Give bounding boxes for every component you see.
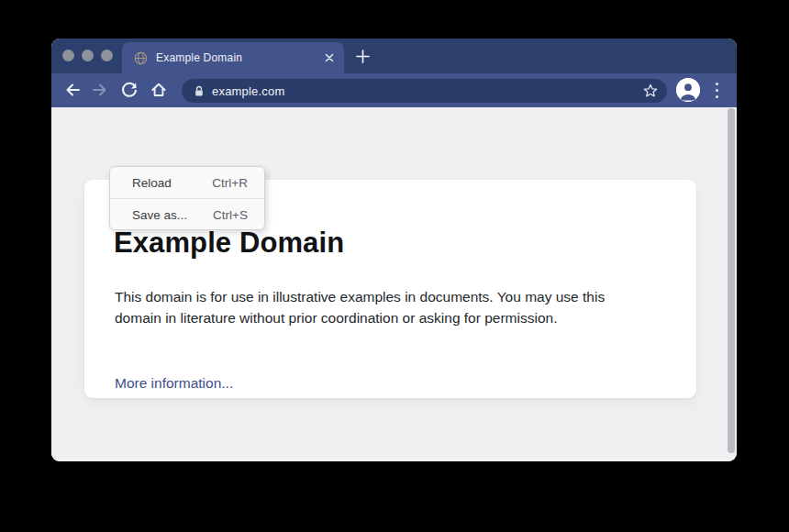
reload-button[interactable] xyxy=(120,81,139,99)
bookmark-star-icon[interactable] xyxy=(642,83,659,99)
home-icon xyxy=(150,81,168,99)
kebab-dot-icon xyxy=(716,89,718,92)
address-bar[interactable]: example.com xyxy=(182,79,667,103)
profile-button[interactable] xyxy=(676,78,700,102)
reload-icon xyxy=(120,81,139,99)
window-controls xyxy=(62,50,113,61)
context-menu: Reload Ctrl+R Save as... Ctrl+S xyxy=(109,166,265,230)
kebab-dot-icon xyxy=(716,95,718,98)
tab-title: Example Domain xyxy=(156,51,242,64)
menu-item-shortcut: Ctrl+R xyxy=(212,176,248,190)
browser-tab[interactable]: Example Domain xyxy=(122,42,344,73)
kebab-dot-icon xyxy=(716,83,718,85)
more-information-link[interactable]: More information... xyxy=(115,375,233,392)
navigation-toolbar: example.com xyxy=(51,73,737,107)
context-menu-item-reload[interactable]: Reload Ctrl+R xyxy=(110,167,264,198)
user-icon xyxy=(676,78,700,102)
tab-close-icon[interactable] xyxy=(324,52,335,63)
title-bar: Example Domain xyxy=(51,39,737,73)
minimize-window-button[interactable] xyxy=(82,50,94,61)
browser-menu-button[interactable] xyxy=(716,83,719,98)
close-window-button[interactable] xyxy=(62,50,74,61)
page-title: Example Domain xyxy=(114,226,344,260)
context-menu-item-save-as[interactable]: Save as... Ctrl+S xyxy=(110,199,264,230)
back-button[interactable] xyxy=(63,81,82,99)
maximize-window-button[interactable] xyxy=(101,50,113,61)
menu-item-shortcut: Ctrl+S xyxy=(213,208,248,222)
menu-item-label: Reload xyxy=(132,176,172,190)
page-paragraph: This domain is for use in illustrative e… xyxy=(115,286,605,328)
new-tab-button[interactable] xyxy=(355,49,371,64)
browser-window: Example Domain xyxy=(51,39,737,461)
lock-icon xyxy=(194,85,205,97)
paragraph-line: domain in literature without prior coord… xyxy=(115,307,605,328)
menu-item-label: Save as... xyxy=(132,208,187,222)
globe-favicon-icon xyxy=(134,51,148,65)
paragraph-line: This domain is for use in illustrative e… xyxy=(115,286,605,307)
url-text[interactable]: example.com xyxy=(212,84,285,98)
home-button[interactable] xyxy=(150,81,168,99)
forward-button[interactable] xyxy=(91,81,109,99)
forward-arrow-icon xyxy=(91,81,109,99)
scrollbar[interactable] xyxy=(728,108,735,453)
back-arrow-icon xyxy=(63,81,82,99)
plus-icon xyxy=(355,49,371,64)
